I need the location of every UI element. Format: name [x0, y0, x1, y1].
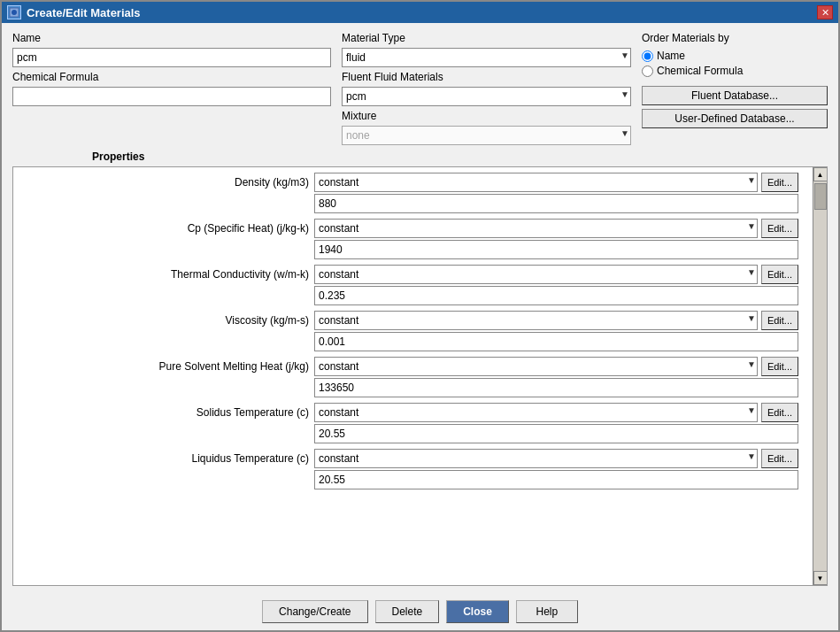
footer: Change/Create Delete Close Help	[2, 591, 838, 630]
density-method-row: Density (kg/m3) constant ▼ Edit...	[13, 173, 813, 192]
cp-method-select[interactable]: constant	[314, 219, 758, 238]
density-value-row	[13, 194, 813, 213]
user-defined-database-button[interactable]: User-Defined Database...	[642, 109, 828, 128]
name-label: Name	[12, 32, 331, 44]
properties-scroll-wrapper: Density (kg/m3) constant ▼ Edit...	[12, 166, 828, 586]
liquidus-temp-method-row: Liquidus Temperature (c) constant ▼ Edit…	[13, 449, 813, 468]
solidus-temp-label: Solidus Temperature (c)	[13, 406, 314, 419]
order-by-name-row: Name	[642, 50, 828, 62]
melting-heat-value-row	[13, 378, 813, 397]
close-dialog-button[interactable]: Close	[446, 600, 509, 623]
properties-title: Properties	[92, 150, 828, 163]
viscosity-label: Viscosity (kg/m-s)	[13, 314, 314, 327]
cp-select-wrapper: constant ▼	[314, 219, 758, 238]
app-icon	[7, 5, 21, 19]
cp-method-row: Cp (Specific Heat) (j/kg-k) constant ▼ E…	[13, 219, 813, 238]
viscosity-edit-button[interactable]: Edit...	[761, 311, 798, 330]
svg-point-1	[12, 10, 17, 15]
dialog-title: Create/Edit Materials	[27, 6, 141, 19]
mixture-label: Mixture	[342, 110, 631, 122]
cp-value-input[interactable]	[314, 240, 798, 259]
order-by-formula-radio[interactable]	[642, 66, 653, 77]
melting-heat-select-wrapper: constant ▼	[314, 357, 758, 376]
liquidus-temp-value-input[interactable]	[314, 470, 798, 489]
thermal-conductivity-value-input[interactable]	[314, 286, 798, 305]
solidus-temp-edit-button[interactable]: Edit...	[761, 403, 798, 422]
melting-heat-method-select[interactable]: constant	[314, 357, 758, 376]
order-by-formula-row: Chemical Formula	[642, 65, 828, 77]
chemical-formula-label: Chemical Formula	[12, 71, 331, 83]
title-bar: Create/Edit Materials ✕	[2, 2, 838, 23]
material-type-select-wrapper: fluid solid mixture ▼	[342, 48, 631, 67]
right-column: Order Materials by Name Chemical Formula…	[642, 32, 828, 145]
fluent-fluid-select[interactable]: pcm	[342, 87, 631, 106]
properties-content: Density (kg/m3) constant ▼ Edit...	[13, 167, 827, 585]
scroll-down-button[interactable]: ▼	[813, 571, 828, 585]
liquidus-temp-value-row	[13, 470, 813, 489]
liquidus-temp-select-wrapper: constant ▼	[314, 449, 758, 468]
change-create-button[interactable]: Change/Create	[262, 600, 367, 623]
solidus-temp-select-wrapper: constant ▼	[314, 403, 758, 422]
cp-edit-button[interactable]: Edit...	[761, 219, 798, 238]
density-value-input[interactable]	[314, 194, 798, 213]
mixture-select-wrapper: none ▼	[342, 126, 631, 145]
scroll-up-button[interactable]: ▲	[813, 167, 828, 181]
solidus-temp-method-select[interactable]: constant	[314, 403, 758, 422]
fluent-fluid-label: Fluent Fluid Materials	[342, 71, 631, 83]
melting-heat-method-row: Pure Solvent Melting Heat (j/kg) constan…	[13, 357, 813, 376]
create-edit-materials-dialog: Create/Edit Materials ✕ Name Chemical Fo…	[0, 0, 840, 632]
liquidus-temp-label: Liquidus Temperature (c)	[13, 452, 314, 465]
order-materials-label: Order Materials by	[642, 32, 828, 44]
thermal-conductivity-select-wrapper: constant ▼	[314, 265, 758, 284]
properties-section: Properties Density (kg/m3) constant ▼ Ed…	[12, 150, 828, 586]
dialog-body: Name Chemical Formula Material Type flui…	[2, 23, 838, 591]
mixture-select[interactable]: none	[342, 126, 631, 145]
chemical-formula-input[interactable]	[12, 87, 331, 106]
density-label: Density (kg/m3)	[13, 176, 314, 189]
mid-column: Material Type fluid solid mixture ▼ Flue…	[342, 32, 631, 145]
thermal-conductivity-method-row: Thermal Conductivity (w/m-k) constant ▼ …	[13, 265, 813, 284]
help-button[interactable]: Help	[516, 600, 578, 623]
solidus-temp-value-row	[13, 424, 813, 443]
viscosity-value-row	[13, 332, 813, 351]
database-buttons: Fluent Database... User-Defined Database…	[642, 86, 828, 128]
viscosity-method-select[interactable]: constant	[314, 311, 758, 330]
scrollbar-track: ▲ ▼	[813, 167, 827, 585]
solidus-temp-method-row: Solidus Temperature (c) constant ▼ Edit.…	[13, 403, 813, 422]
melting-heat-label: Pure Solvent Melting Heat (j/kg)	[13, 360, 314, 373]
fluent-fluid-select-wrapper: pcm ▼	[342, 87, 631, 106]
cp-label: Cp (Specific Heat) (j/kg-k)	[13, 222, 314, 235]
delete-button[interactable]: Delete	[375, 600, 440, 623]
fluent-database-button[interactable]: Fluent Database...	[642, 86, 828, 105]
thermal-conductivity-label: Thermal Conductivity (w/m-k)	[13, 268, 314, 281]
melting-heat-edit-button[interactable]: Edit...	[761, 357, 798, 376]
thermal-conductivity-edit-button[interactable]: Edit...	[761, 265, 798, 284]
solidus-temp-value-input[interactable]	[314, 424, 798, 443]
title-bar-left: Create/Edit Materials	[7, 5, 141, 19]
name-input[interactable]	[12, 48, 331, 67]
melting-heat-value-input[interactable]	[314, 378, 798, 397]
order-by-name-radio[interactable]	[642, 50, 653, 62]
density-method-select[interactable]: constant	[314, 173, 758, 192]
viscosity-select-wrapper: constant ▼	[314, 311, 758, 330]
liquidus-temp-edit-button[interactable]: Edit...	[761, 449, 798, 468]
scrollbar-thumb[interactable]	[814, 183, 827, 210]
material-type-label: Material Type	[342, 32, 631, 44]
top-section: Name Chemical Formula Material Type flui…	[12, 32, 828, 145]
density-select-wrapper: constant ▼	[314, 173, 758, 192]
thermal-conductivity-method-select[interactable]: constant	[314, 265, 758, 284]
left-column: Name Chemical Formula	[12, 32, 331, 145]
close-button[interactable]: ✕	[817, 5, 833, 19]
viscosity-method-row: Viscosity (kg/m-s) constant ▼ Edit...	[13, 311, 813, 330]
order-materials-radio-group: Name Chemical Formula	[642, 50, 828, 77]
thermal-conductivity-value-row	[13, 286, 813, 305]
cp-value-row	[13, 240, 813, 259]
material-type-select[interactable]: fluid solid mixture	[342, 48, 631, 67]
order-by-formula-label: Chemical Formula	[657, 65, 743, 77]
viscosity-value-input[interactable]	[314, 332, 798, 351]
order-by-name-label: Name	[657, 50, 685, 62]
density-edit-button[interactable]: Edit...	[761, 173, 798, 192]
liquidus-temp-method-select[interactable]: constant	[314, 449, 758, 468]
